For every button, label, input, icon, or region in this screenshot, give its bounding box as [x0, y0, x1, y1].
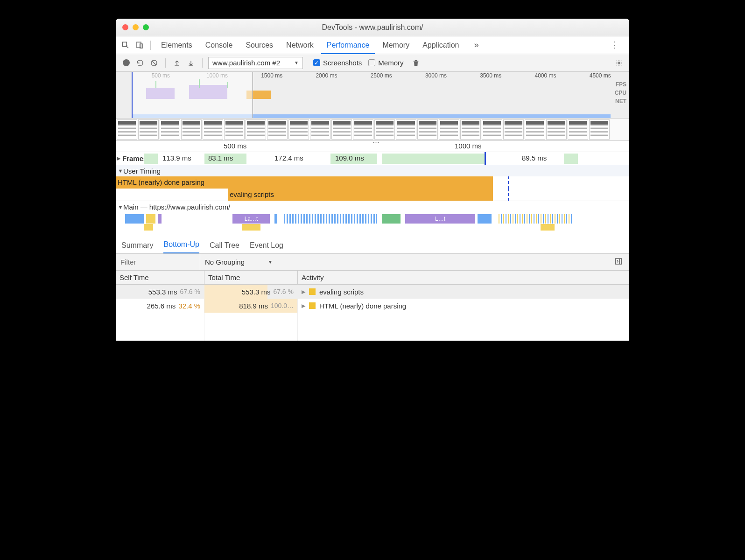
gc-icon[interactable] [410, 57, 422, 69]
table-header: Self Time Total Time Activity [116, 271, 629, 285]
self-pct: 67.6 % [180, 288, 200, 295]
expand-icon[interactable]: ▶ [302, 303, 305, 309]
timing-bar-html-parsing[interactable]: HTML (nearly) done parsing [116, 176, 493, 189]
frame-duration: 89.5 ms [522, 154, 547, 162]
screenshots-checkbox[interactable]: ✓ [313, 59, 320, 66]
screenshot-thumb[interactable] [181, 119, 202, 140]
screenshot-thumb[interactable] [331, 119, 352, 140]
grouping-select[interactable]: No Grouping ▼ [200, 254, 277, 270]
screenshot-thumb[interactable] [246, 119, 266, 140]
ruler-tick: 500 ms [224, 142, 246, 150]
marker-dashed [508, 176, 509, 189]
total-time: 553.3 ms [242, 288, 271, 296]
screenshot-thumb[interactable] [203, 119, 223, 140]
caret-down-icon: ▼ [268, 259, 273, 265]
playhead-marker[interactable] [485, 152, 486, 165]
record-button[interactable] [120, 57, 132, 69]
titlebar: DevTools - www.paulirish.com/ [116, 19, 629, 36]
reload-icon[interactable] [134, 57, 146, 69]
frames-track[interactable]: ▶ Frames 113.9 ms 83.1 ms 172.4 ms 109.0… [116, 152, 629, 165]
screenshot-thumb[interactable] [138, 119, 159, 140]
total-time: 818.9 ms [239, 302, 268, 310]
screenshot-thumb[interactable] [117, 119, 137, 140]
collapse-pane-icon[interactable] [608, 257, 629, 267]
screenshot-thumb[interactable] [568, 119, 588, 140]
overview-pane[interactable]: 500 ms1000 ms1500 ms2000 ms2500 ms3000 m… [116, 72, 629, 119]
main-thread-header[interactable]: ▼ Main — https://www.paulirish.com/ [116, 201, 629, 213]
tab-performance[interactable]: Performance [321, 36, 375, 54]
inspect-icon[interactable] [119, 39, 132, 51]
screenshot-thumb[interactable] [503, 119, 524, 140]
detail-tab-event-log[interactable]: Event Log [250, 241, 283, 253]
col-self-time[interactable]: Self Time [116, 271, 204, 284]
screenshot-thumb[interactable] [224, 119, 245, 140]
svg-point-4 [618, 62, 620, 64]
flame-task[interactable]: L…t [405, 214, 475, 224]
activity-name: HTML (nearly) done parsing [319, 302, 406, 310]
table-row[interactable]: 553.3 ms 67.6 %553.3 ms 67.6 %▶evaling s… [116, 285, 629, 299]
detail-tab-call-tree[interactable]: Call Tree [210, 241, 239, 253]
recording-select[interactable]: www.paulirish.com #2 ▼ [208, 57, 303, 69]
screenshot-thumb[interactable] [482, 119, 502, 140]
detail-tab-bottom-up[interactable]: Bottom-Up [163, 240, 199, 253]
expand-icon[interactable]: ▶ [116, 155, 121, 161]
tab-memory[interactable]: Memory [377, 36, 415, 54]
screenshot-thumb[interactable] [267, 119, 288, 140]
tab-sources[interactable]: Sources [240, 36, 279, 54]
screenshot-thumb[interactable] [310, 119, 330, 140]
user-timing-track[interactable]: HTML (nearly) done parsing [116, 176, 629, 189]
zoom-icon[interactable] [143, 24, 149, 30]
memory-checkbox[interactable] [368, 59, 375, 66]
screenshot-thumb[interactable] [417, 119, 438, 140]
load-profile-icon[interactable] [171, 57, 183, 69]
expand-icon[interactable]: ▶ [302, 289, 305, 295]
screenshot-thumb[interactable] [160, 119, 180, 140]
more-menu-icon[interactable]: ⋮ [604, 40, 626, 50]
screenshot-thumb[interactable] [589, 119, 610, 140]
activity-color-icon [309, 288, 316, 295]
table-row[interactable]: 265.6 ms 32.4 %818.9 ms 100.0…▶HTML (nea… [116, 299, 629, 313]
close-icon[interactable] [122, 24, 128, 30]
caret-down-icon: ▼ [294, 60, 299, 65]
self-time: 265.6 ms [147, 302, 176, 310]
collapse-icon[interactable]: ▼ [118, 204, 123, 210]
settings-icon[interactable] [613, 57, 625, 69]
timing-bar-evaling-scripts[interactable]: evaling scripts [228, 189, 493, 201]
clear-icon[interactable] [148, 57, 160, 69]
separator [165, 58, 166, 68]
overview-labels: FPS CPU NET [615, 80, 626, 105]
overview-selection[interactable] [132, 72, 253, 118]
tab-application[interactable]: Application [417, 36, 464, 54]
flame-task[interactable]: La…t [232, 214, 270, 224]
device-toggle-icon[interactable] [134, 39, 146, 51]
user-timing-header[interactable]: ▼ User Timing [116, 165, 629, 176]
grouping-label: No Grouping [205, 258, 245, 266]
ruler-tick: 1000 ms [455, 142, 482, 150]
detail-tab-summary[interactable]: Summary [121, 241, 153, 253]
save-profile-icon[interactable] [185, 57, 197, 69]
col-activity[interactable]: Activity [298, 271, 629, 284]
timeline-ruler[interactable]: … 500 ms 1000 ms [116, 141, 629, 152]
screenshot-thumb[interactable] [396, 119, 416, 140]
tab-console[interactable]: Console [200, 36, 239, 54]
tabs-overflow-icon[interactable]: » [469, 40, 483, 50]
screenshot-thumb[interactable] [439, 119, 459, 140]
screenshot-thumb[interactable] [546, 119, 567, 140]
screenshot-thumb[interactable] [460, 119, 481, 140]
screenshot-thumb[interactable] [525, 119, 545, 140]
separator [150, 41, 151, 50]
separator [202, 58, 203, 68]
collapse-icon[interactable]: ▼ [118, 168, 123, 174]
flame-chart[interactable]: La…t L…t [116, 213, 629, 235]
fps-label: FPS [615, 80, 626, 89]
col-total-time[interactable]: Total Time [204, 271, 298, 284]
total-pct: 100.0… [271, 302, 294, 309]
tab-network[interactable]: Network [281, 36, 319, 54]
traffic-lights [116, 24, 149, 30]
user-timing-track[interactable]: evaling scripts [116, 189, 629, 201]
screenshot-thumb[interactable] [288, 119, 309, 140]
minimize-icon[interactable] [133, 24, 139, 30]
filter-input[interactable] [116, 258, 200, 266]
screenshot-thumb[interactable] [353, 119, 373, 140]
tab-elements[interactable]: Elements [155, 36, 198, 54]
